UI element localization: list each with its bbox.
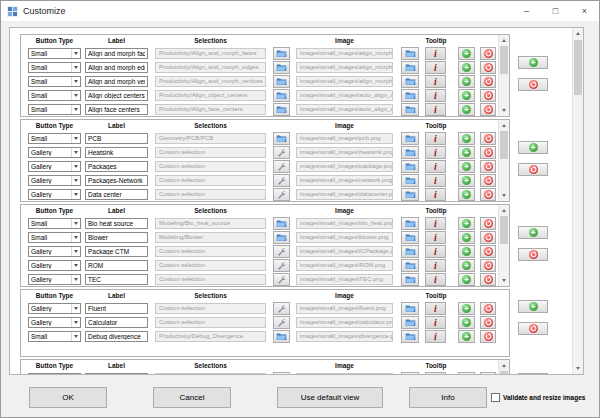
custom-selection-button[interactable]	[273, 316, 290, 329]
remove-image-button[interactable]	[480, 146, 496, 159]
browse-image-button[interactable]	[401, 372, 419, 375]
add-image-button[interactable]: +	[458, 75, 475, 88]
add-row-button[interactable]: +	[518, 226, 548, 239]
add-image-button[interactable]: +	[458, 174, 475, 187]
remove-image-button[interactable]	[480, 160, 496, 173]
label-input[interactable]	[85, 133, 148, 144]
use-default-view-button[interactable]: Use default view	[277, 387, 383, 408]
group-scrollbar[interactable]	[498, 120, 509, 201]
add-row-button[interactable]: +	[518, 300, 548, 313]
button-type-select[interactable]: Small	[28, 218, 81, 229]
add-image-button[interactable]: +	[458, 231, 475, 244]
add-image-button[interactable]: +	[458, 89, 475, 102]
button-type-select[interactable]: Gallery	[28, 303, 81, 314]
custom-selection-button[interactable]	[273, 273, 290, 286]
button-type-select[interactable]: Small	[28, 48, 81, 59]
tooltip-info-button[interactable]: i	[425, 372, 446, 375]
button-type-select[interactable]: Gallery	[28, 161, 81, 172]
custom-selection-button[interactable]	[273, 160, 290, 173]
label-input[interactable]	[85, 260, 148, 271]
remove-image-button[interactable]	[480, 174, 496, 187]
button-type-select[interactable]: Gallery	[28, 260, 81, 271]
scroll-down-icon[interactable]	[499, 105, 509, 116]
browse-selection-button[interactable]	[273, 217, 290, 230]
browse-image-button[interactable]	[401, 132, 419, 145]
browse-image-button[interactable]	[401, 75, 419, 88]
remove-row-button[interactable]	[518, 78, 548, 91]
label-input[interactable]	[85, 232, 148, 243]
info-button[interactable]: Info	[409, 387, 487, 408]
remove-row-button[interactable]	[518, 248, 548, 261]
group-scrollbar[interactable]	[498, 360, 509, 375]
remove-image-button[interactable]	[480, 302, 496, 315]
browse-image-button[interactable]	[401, 330, 419, 343]
add-image-button[interactable]: +	[458, 132, 475, 145]
scroll-thumb[interactable]	[500, 371, 508, 375]
custom-selection-button[interactable]	[273, 188, 290, 201]
add-image-button[interactable]: +	[458, 160, 475, 173]
browse-image-button[interactable]	[401, 160, 419, 173]
tooltip-info-button[interactable]: i	[425, 89, 446, 102]
close-button[interactable]: ×	[570, 1, 599, 21]
add-row-button[interactable]: +	[518, 141, 548, 154]
browse-image-button[interactable]	[401, 231, 419, 244]
custom-selection-button[interactable]	[273, 146, 290, 159]
add-image-button[interactable]: +	[458, 47, 475, 60]
tooltip-info-button[interactable]: i	[425, 61, 446, 74]
scroll-thumb[interactable]	[574, 40, 582, 95]
add-row-button[interactable]: +	[518, 56, 548, 69]
group-scrollbar[interactable]	[498, 35, 509, 116]
browse-selection-button[interactable]	[273, 75, 290, 88]
tooltip-info-button[interactable]: i	[425, 47, 446, 60]
validate-checkbox[interactable]	[491, 393, 500, 402]
tooltip-info-button[interactable]: i	[425, 245, 446, 258]
browse-image-button[interactable]	[401, 273, 419, 286]
add-row-button[interactable]: +	[518, 373, 548, 375]
tooltip-info-button[interactable]: i	[425, 174, 446, 187]
label-input[interactable]	[85, 76, 148, 87]
button-type-select[interactable]: Small	[28, 62, 81, 73]
label-input[interactable]	[85, 331, 148, 342]
remove-image-button[interactable]	[480, 316, 496, 329]
browse-image-button[interactable]	[401, 61, 419, 74]
button-type-select[interactable]: Small	[28, 331, 81, 342]
scroll-down-icon[interactable]	[499, 275, 509, 286]
tooltip-info-button[interactable]: i	[425, 188, 446, 201]
custom-selection-button[interactable]	[273, 174, 290, 187]
browse-image-button[interactable]	[401, 174, 419, 187]
maximize-button[interactable]: □	[541, 1, 570, 21]
browse-selection-button[interactable]	[273, 372, 290, 375]
remove-image-button[interactable]	[480, 231, 496, 244]
tooltip-info-button[interactable]: i	[425, 316, 446, 329]
browse-image-button[interactable]	[401, 188, 419, 201]
browse-image-button[interactable]	[401, 302, 419, 315]
remove-image-button[interactable]	[480, 103, 496, 116]
browse-image-button[interactable]	[401, 217, 419, 230]
remove-image-button[interactable]	[480, 47, 496, 60]
scroll-up-icon[interactable]	[499, 120, 509, 131]
label-input[interactable]	[85, 246, 148, 257]
add-image-button[interactable]: +	[458, 103, 475, 116]
label-input[interactable]	[85, 303, 148, 314]
remove-image-button[interactable]	[480, 188, 496, 201]
browse-image-button[interactable]	[401, 316, 419, 329]
browse-image-button[interactable]	[401, 245, 419, 258]
button-type-select[interactable]: Small	[28, 104, 81, 115]
minimize-button[interactable]: –	[512, 1, 541, 21]
button-type-select[interactable]: Gallery	[28, 175, 81, 186]
button-type-select[interactable]: Gallery	[28, 246, 81, 257]
tooltip-info-button[interactable]: i	[425, 259, 446, 272]
label-input[interactable]	[85, 218, 148, 229]
cancel-button[interactable]: Cancel	[153, 387, 231, 408]
remove-image-button[interactable]	[480, 372, 496, 375]
browse-selection-button[interactable]	[273, 103, 290, 116]
add-image-button[interactable]: +	[458, 273, 475, 286]
add-image-button[interactable]: +	[458, 146, 475, 159]
label-input[interactable]	[85, 90, 148, 101]
button-type-select[interactable]: Small	[28, 90, 81, 101]
scroll-thumb[interactable]	[500, 216, 508, 244]
tooltip-info-button[interactable]: i	[425, 330, 446, 343]
scroll-thumb[interactable]	[500, 131, 508, 159]
button-type-select[interactable]: Gallery	[28, 274, 81, 285]
scroll-up-icon[interactable]	[573, 28, 583, 39]
